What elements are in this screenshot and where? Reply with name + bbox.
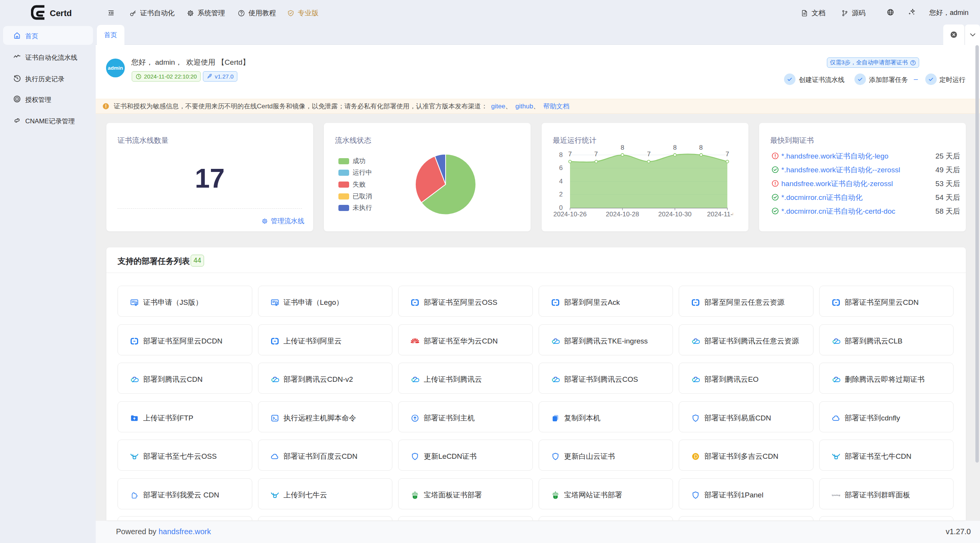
svg-text:Synology: Synology xyxy=(832,494,840,496)
